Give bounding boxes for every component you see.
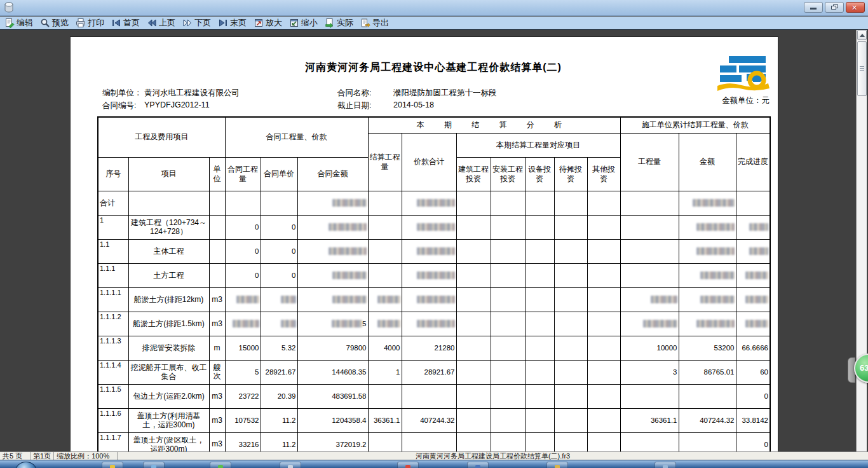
redacted-value xyxy=(651,296,677,303)
cell-item: 挖泥船开工展布、收工集合 xyxy=(128,360,209,384)
cell-value xyxy=(261,191,297,215)
toolbar-zoom-in-button[interactable]: 放大 xyxy=(252,17,286,29)
toolbar-print-button[interactable]: 打印 xyxy=(74,17,108,29)
cell-value xyxy=(491,191,525,215)
close-icon: ✕ xyxy=(851,4,857,12)
cell-item: 盖顶土方(利用清基土，运距300m) xyxy=(128,408,209,432)
actual-size-icon xyxy=(325,18,335,28)
cell-value xyxy=(736,215,770,239)
toolbar-button-label: 实际 xyxy=(337,17,353,29)
cell-value xyxy=(456,263,491,287)
taskbar-button[interactable] xyxy=(143,462,165,468)
cell-unit: m xyxy=(209,336,225,360)
last-page-icon xyxy=(218,18,228,28)
cell-value xyxy=(679,312,736,336)
col-group-contract: 合同工程量、价款 xyxy=(225,117,368,157)
cell-value xyxy=(368,191,402,215)
cell-value xyxy=(554,360,587,384)
cell-value xyxy=(554,287,587,312)
redacted-value xyxy=(233,320,259,327)
document-page: 河南黄河河务局工程建设中心基建工程价款结算单(二) 编制单位： 黄河水电工程建设… xyxy=(70,36,778,451)
cell-value xyxy=(679,384,736,408)
redacted-value xyxy=(236,296,259,303)
status-zoom-level: 缩放比例：100% xyxy=(54,452,118,460)
toolbar-prev-page-button[interactable]: 上页 xyxy=(145,17,179,29)
cell-value xyxy=(587,312,620,336)
cell-value xyxy=(402,191,456,215)
minimize-button[interactable] xyxy=(804,2,823,13)
cell-value xyxy=(402,432,456,451)
cell-value xyxy=(620,287,679,312)
toolbar-first-page-button[interactable]: 首页 xyxy=(109,17,144,29)
toolbar-button-label: 上页 xyxy=(159,17,175,29)
close-button[interactable]: ✕ xyxy=(846,2,865,13)
taskbar-button[interactable] xyxy=(654,462,676,468)
toolbar-export-button[interactable]: 导出 xyxy=(358,17,393,29)
cell-value xyxy=(679,215,736,239)
redacted-value xyxy=(329,223,367,231)
cell-value xyxy=(368,215,402,239)
start-button[interactable] xyxy=(15,462,37,468)
taskbar xyxy=(0,460,868,468)
vertical-scrollbar[interactable] xyxy=(856,30,867,451)
cell-seq: 1.1.1.2 xyxy=(98,312,128,336)
restore-button[interactable] xyxy=(825,2,844,13)
cell-value xyxy=(297,239,368,263)
cell-seq: 1.1.1.1 xyxy=(98,287,128,312)
toolbar-actual-size-button[interactable]: 实际 xyxy=(323,17,357,29)
cell-value: 407244.32 xyxy=(402,408,456,432)
next-page-icon xyxy=(182,18,193,28)
col-header-settle-qty: 结算工程量 xyxy=(368,133,402,191)
cell-value xyxy=(402,384,456,408)
redacted-value xyxy=(329,247,367,255)
taskbar-button[interactable] xyxy=(210,462,231,468)
toolbar-edit-button[interactable]: 编辑 xyxy=(3,17,37,29)
redacted-value xyxy=(700,296,735,303)
cell-value xyxy=(368,384,402,408)
taskbar-button[interactable] xyxy=(280,462,301,468)
cell-value xyxy=(587,191,620,215)
taskbar-button[interactable] xyxy=(102,462,123,468)
cell-value xyxy=(525,432,554,451)
cell-unit xyxy=(209,191,225,215)
taskbar-button[interactable] xyxy=(546,462,568,468)
cell-value: 11.2 xyxy=(261,432,297,451)
taskbar-button[interactable] xyxy=(467,462,489,468)
cell-value xyxy=(679,263,736,287)
cell-value: 0 xyxy=(736,384,770,408)
toolbar-preview-button[interactable]: 预览 xyxy=(38,17,72,29)
cell-value xyxy=(587,215,620,239)
cell-value xyxy=(456,408,491,432)
cell-value: 36361.1 xyxy=(368,408,402,432)
settlement-table: 工程及费用项目 合同工程量、价款 本期结算分析 施工单位累计结算工程量、价款 结… xyxy=(97,116,771,451)
cell-value xyxy=(456,312,491,336)
toolbar-button-label: 末页 xyxy=(230,17,247,29)
redacted-value xyxy=(332,320,362,327)
toolbar-zoom-out-button[interactable]: 缩小 xyxy=(287,17,322,29)
redacted-value xyxy=(417,223,455,231)
cell-value xyxy=(456,215,491,239)
cell-value: 5 xyxy=(297,312,368,336)
taskbar-button[interactable] xyxy=(397,462,419,468)
toolbar-next-page-button[interactable]: 下页 xyxy=(180,17,215,29)
window-titlebar[interactable]: ✕ xyxy=(0,0,868,16)
cell-value: 66.6666 xyxy=(736,336,770,360)
redacted-value xyxy=(281,320,296,327)
cell-value xyxy=(491,432,525,451)
cell-value xyxy=(225,287,261,312)
scrollbar-thumb[interactable] xyxy=(857,41,867,96)
cell-value xyxy=(554,263,587,287)
preview-icon xyxy=(40,18,50,28)
toolbar-last-page-button[interactable]: 末页 xyxy=(216,17,250,29)
cell-value xyxy=(587,263,620,287)
cell-value: 0 xyxy=(225,215,261,239)
redacted-value xyxy=(696,223,735,231)
cell-seq: 1.1.1.4 xyxy=(98,360,128,384)
scrollbar-up-button[interactable] xyxy=(857,30,867,40)
cell-value: 86765.01 xyxy=(679,360,736,384)
cell-value xyxy=(297,191,368,215)
cell-value xyxy=(554,239,587,263)
cell-value: 4000 xyxy=(368,336,402,360)
cell-value xyxy=(554,408,587,432)
cell-value xyxy=(456,287,491,312)
